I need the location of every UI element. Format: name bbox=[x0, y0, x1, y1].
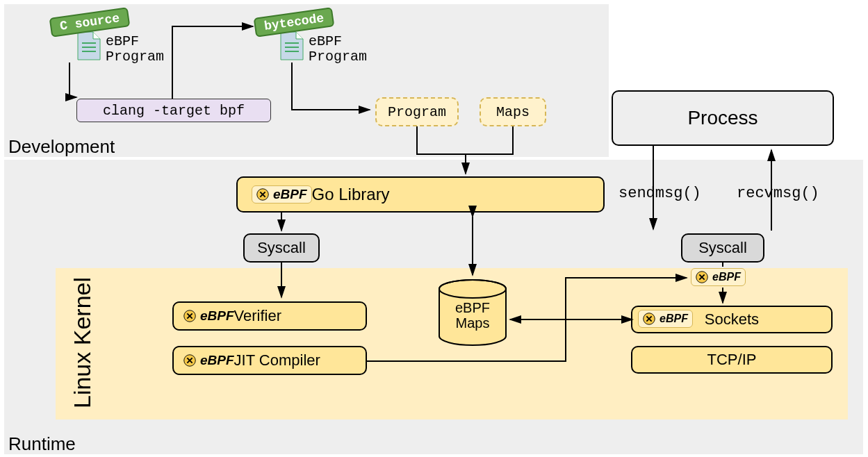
ebpf-logo-chip: eBPF bbox=[252, 185, 312, 203]
ebpf-logo-text: eBPF bbox=[200, 308, 234, 324]
recvmsg-label: recvmsg() bbox=[737, 185, 819, 202]
maps-cyl-line2: Maps bbox=[456, 315, 490, 331]
verifier-box: eBPF Verifier bbox=[172, 301, 367, 331]
syscall-left-box: Syscall bbox=[243, 233, 320, 263]
bee-icon bbox=[694, 269, 710, 285]
syscall-left-text: Syscall bbox=[257, 239, 306, 257]
clang-box: clang -target bpf bbox=[76, 99, 271, 122]
bee-icon bbox=[182, 308, 197, 324]
runtime-label: Runtime bbox=[8, 433, 76, 455]
program-box: Program bbox=[375, 97, 459, 126]
process-box: Process bbox=[612, 90, 834, 146]
maps-box: Maps bbox=[480, 97, 546, 126]
syscall-right-box: Syscall bbox=[681, 233, 764, 263]
ebpf-program-1-line1: eBPF bbox=[106, 33, 139, 49]
ebpf-program-2-line2: Program bbox=[309, 49, 367, 65]
linux-kernel-label: Linux Kernel bbox=[69, 277, 96, 408]
ebpf-maps-cylinder: eBPF Maps bbox=[438, 279, 507, 346]
ebpf-program-2-line1: eBPF bbox=[309, 33, 342, 49]
ebpf-chip-text: eBPF bbox=[660, 313, 688, 325]
ebpf-logo-text: eBPF bbox=[200, 353, 234, 368]
document-icon bbox=[279, 31, 304, 61]
development-label: Development bbox=[8, 136, 115, 158]
bee-icon bbox=[641, 311, 657, 326]
sendmsg-label: sendmsg() bbox=[619, 185, 701, 202]
ebpf-program-1-line2: Program bbox=[106, 49, 164, 65]
sockets-text: Sockets bbox=[705, 310, 759, 329]
ebpf-logo-text: eBPF bbox=[273, 187, 307, 202]
ebpf-hook-syscall: eBPF bbox=[691, 268, 746, 286]
ebpf-hook-sockets: eBPF bbox=[638, 310, 693, 328]
tcpip-box: TCP/IP bbox=[631, 346, 833, 374]
process-text: Process bbox=[687, 107, 758, 129]
jit-box: eBPF JIT Compiler bbox=[172, 346, 367, 375]
bee-icon bbox=[255, 187, 270, 202]
tcpip-text: TCP/IP bbox=[707, 351, 757, 369]
program-text: Program bbox=[388, 104, 446, 120]
ebpf-chip-text: eBPF bbox=[712, 271, 741, 283]
go-library-box: eBPF Go Library bbox=[236, 176, 605, 213]
jit-text: JIT Compiler bbox=[234, 351, 320, 369]
maps-cyl-line1: eBPF bbox=[455, 300, 490, 315]
syscall-right-text: Syscall bbox=[698, 239, 747, 257]
linux-kernel-text: Linux Kernel bbox=[69, 277, 95, 408]
go-library-text: Go Library bbox=[312, 185, 390, 204]
verifier-text: Verifier bbox=[234, 307, 281, 325]
document-icon bbox=[76, 31, 101, 61]
maps-text: Maps bbox=[496, 104, 530, 120]
clang-cmd-text: clang -target bpf bbox=[103, 103, 245, 119]
bee-icon bbox=[182, 353, 197, 368]
